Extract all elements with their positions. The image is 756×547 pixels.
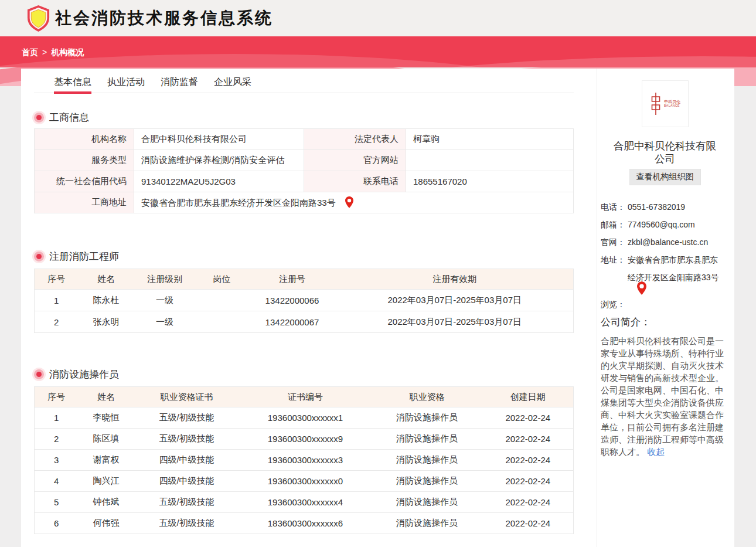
table-cell: 2022-02-24 (483, 407, 574, 429)
table-cell: 2022-02-24 (483, 450, 574, 471)
engineers-table: 序号姓名注册级别岗位注册号注册有效期 1陈永杜一级134220000662022… (34, 269, 574, 333)
business-info-table: 机构名称 合肥中科贝伦科技有限公司 法定代表人 柯章驹 服务类型 消防设施维护保… (34, 128, 574, 213)
column-header: 序号 (35, 387, 79, 407)
table-cell: 消防设施操作员 (372, 513, 483, 534)
table-cell: 13422000067 (248, 311, 336, 333)
table-row: 5钟伟斌五级/初级技能193600300xxxxxx4消防设施操作员2022-0… (35, 492, 574, 513)
table-row: 机构名称 合肥中科贝伦科技有限公司 法定代表人 柯章驹 (35, 129, 574, 150)
section-operators: 消防设施操作员 序号姓名职业资格证书证书编号职业资格创建日期 1李晓恒五级/初级… (34, 368, 574, 534)
table-cell: 陈区填 (79, 429, 134, 450)
table-cell: 一级 (134, 311, 196, 333)
section-title: 注册消防工程师 (49, 250, 119, 263)
table-cell: 何伟强 (79, 513, 134, 534)
table-cell: 193600300xxxxxx9 (240, 429, 372, 450)
table-cell: 1 (35, 407, 79, 429)
contact-email: 邮箱： 7749560@qq.com (601, 216, 729, 233)
table-cell: 消防设施操作员 (372, 450, 483, 471)
field-value: 消防设施维护保养检测/消防安全评估 (134, 150, 304, 171)
field-value: 91340122MA2U5J2G03 (134, 171, 304, 192)
table-row: 4陶兴江四级/中级技能193600300xxxxxx0消防设施操作员2022-0… (35, 471, 574, 492)
breadcrumb-separator: > (42, 47, 47, 57)
field-label: 统一社会信用代码 (35, 171, 134, 192)
location-pin-icon[interactable] (345, 196, 353, 208)
section-bullet-icon (36, 115, 42, 120)
column-header: 职业资格证书 (134, 387, 240, 407)
table-cell: 张永明 (79, 311, 134, 333)
table-cell: 五级/初级技能 (134, 492, 240, 513)
table-cell: 五级/初级技能 (134, 429, 240, 450)
table-row: 3谢富权四级/中级技能193600300xxxxxx3消防设施操作员2022-0… (35, 450, 574, 471)
breadcrumb-home-link[interactable]: 首页 (22, 47, 38, 57)
table-row: 1陈永杜一级134220000662022年03月07日-2025年03月07日 (35, 290, 574, 311)
table-cell: 四级/中级技能 (134, 450, 240, 471)
column-header: 注册级别 (134, 269, 196, 290)
breadcrumb-bar: 首页>机构概况 (0, 36, 756, 67)
column-header: 姓名 (79, 387, 134, 407)
field-label: 官方网站 (304, 150, 406, 171)
field-label: 工商地址 (35, 192, 134, 213)
table-cell: 3 (35, 450, 79, 471)
table-cell: 2022-02-24 (483, 429, 574, 450)
section-business-info: 工商信息 机构名称 合肥中科贝伦科技有限公司 法定代表人 柯章驹 服务类型 消防… (34, 111, 574, 213)
table-cell: 四级/中级技能 (134, 471, 240, 492)
sidebar: 中科贝伦 BALANCE 合肥中科贝伦科技有限公司 查看机构组织图 电话： 05… (597, 69, 734, 547)
table-cell: 6 (35, 513, 79, 534)
field-value: 18655167020 (406, 171, 574, 192)
tab-practice-activity[interactable]: 执业活动 (107, 76, 145, 93)
table-cell (196, 311, 248, 333)
section-title: 工商信息 (49, 111, 89, 124)
table-cell: 2022-02-24 (483, 471, 574, 492)
table-cell: 消防设施操作员 (372, 492, 483, 513)
table-cell (196, 290, 248, 311)
section-bullet-icon (36, 254, 42, 259)
table-cell: 193600300xxxxxx0 (240, 471, 372, 492)
field-value: 合肥中科贝伦科技有限公司 (134, 129, 304, 150)
table-cell: 183600300xxxxxx6 (240, 513, 372, 534)
table-row: 服务类型 消防设施维护保养检测/消防安全评估 官方网站 (35, 150, 574, 171)
table-cell: 消防设施操作员 (372, 429, 483, 450)
collapse-link[interactable]: 收起 (647, 447, 665, 457)
company-logo: 中科贝伦 BALANCE (642, 80, 689, 127)
company-profile-text: 合肥中科贝伦科技有限公司是一家专业从事特殊场所、特种行业的火灾早期探测、自动灭火… (601, 335, 728, 458)
section-engineers: 注册消防工程师 序号姓名注册级别岗位注册号注册有效期 1陈永杜一级1342200… (34, 250, 574, 333)
table-cell: 2022-02-24 (483, 492, 574, 513)
table-cell: 五级/初级技能 (134, 513, 240, 534)
breadcrumb-current: 机构概况 (51, 47, 84, 57)
table-cell: 1 (35, 290, 79, 311)
tab-company-gallery[interactable]: 企业风采 (214, 76, 251, 93)
operators-table: 序号姓名职业资格证书证书编号职业资格创建日期 1李晓恒五级/初级技能193600… (34, 386, 574, 534)
table-cell: 193600300xxxxxx3 (240, 450, 372, 471)
table-header-row: 序号姓名职业资格证书证书编号职业资格创建日期 (35, 387, 574, 407)
contact-info: 电话： 0551-67382019 邮箱： 7749560@qq.com 官网：… (601, 198, 729, 458)
table-cell: 2022-02-24 (483, 513, 574, 534)
table-cell: 消防设施操作员 (372, 407, 483, 429)
column-header: 岗位 (196, 269, 248, 290)
table-cell: 谢富权 (79, 450, 134, 471)
table-cell: 2022年03月07日-2025年03月07日 (336, 290, 574, 311)
field-label: 联系电话 (304, 171, 406, 192)
shield-logo-icon (26, 5, 51, 32)
contact-phone: 电话： 0551-67382019 (601, 198, 729, 216)
site-header: 社会消防技术服务信息系统 (0, 0, 756, 36)
tab-fire-supervision[interactable]: 消防监督 (161, 76, 198, 93)
table-cell: 陈永杜 (79, 290, 134, 311)
table-cell: 2 (35, 429, 79, 450)
site-title: 社会消防技术服务信息系统 (55, 7, 273, 29)
table-cell: 李晓恒 (79, 407, 134, 429)
column-header: 姓名 (79, 269, 134, 290)
tab-basic-info[interactable]: 基本信息 (54, 76, 91, 93)
field-label: 机构名称 (35, 129, 134, 150)
table-row: 1李晓恒五级/初级技能193600300xxxxxx1消防设施操作员2022-0… (35, 407, 574, 429)
table-cell: 一级 (134, 290, 196, 311)
section-bullet-icon (36, 372, 42, 377)
location-pin-icon[interactable] (637, 281, 646, 295)
breadcrumb: 首页>机构概况 (0, 36, 756, 58)
table-cell: 钟伟斌 (79, 492, 134, 513)
field-label: 法定代表人 (304, 129, 406, 150)
view-org-chart-button[interactable]: 查看机构组织图 (629, 169, 701, 185)
main-content: 基本信息 执业活动 消防监督 企业风采 工商信息 机构名称 合肥中科贝伦科技有限… (21, 69, 597, 547)
contact-website: 官网： zkbl@balance-ustc.cn (601, 233, 729, 251)
table-row: 统一社会信用代码 91340122MA2U5J2G03 联系电话 1865516… (35, 171, 574, 192)
table-cell: 4 (35, 471, 79, 492)
table-row: 工商地址 安徽省合肥市肥东县肥东经济开发区金阳南路33号 (35, 192, 574, 213)
